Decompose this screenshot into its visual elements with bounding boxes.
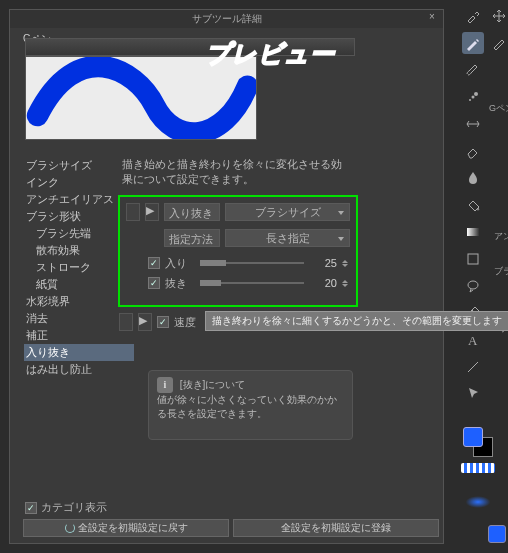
nuki-value[interactable]: 20 — [309, 277, 337, 289]
preview-label-callout: プレビュー — [206, 38, 335, 70]
cat-taper[interactable]: 入り抜き — [24, 344, 134, 361]
svg-point-1 — [472, 96, 475, 99]
category-description: 描き始めと描き終わりを徐々に変化させる効果について設定できます。 — [122, 157, 352, 188]
spec-method-label: 指定方法 — [164, 229, 220, 247]
cat-correction[interactable]: 補正 — [24, 327, 134, 344]
tooltip: 描き終わりを徐々に細くするかどうかと、その範囲を変更します — [205, 311, 508, 331]
text-icon[interactable]: A — [462, 329, 484, 351]
nuki-spinner[interactable] — [342, 280, 350, 287]
info-body: 値が徐々に小さくなっていく効果のかかる長さを設定できます。 — [157, 394, 337, 419]
subtool-label-gpen: Gペン — [489, 102, 508, 115]
show-toggle-1[interactable] — [126, 203, 140, 221]
iri-label: 入り — [165, 256, 195, 271]
balloon-icon[interactable] — [462, 275, 484, 297]
taper-label: 入り抜き — [164, 203, 220, 221]
reset-defaults-button[interactable]: 全設定を初期設定に戻す — [23, 519, 229, 537]
panel-title: サブツール詳細 — [192, 12, 262, 26]
fill-icon[interactable] — [462, 194, 484, 216]
highlighted-settings: ▶ 入り抜き ブラシサイズ 指定方法 長さ指定 ✓ 入り 25 ✓ 抜き 20 — [118, 195, 358, 307]
brush-icon[interactable] — [462, 59, 484, 81]
dynamics-btn-speed[interactable]: ▶ — [138, 313, 152, 331]
dynamics-btn-1[interactable]: ▶ — [145, 203, 159, 221]
eraser-icon[interactable] — [462, 140, 484, 162]
reset-icon — [65, 523, 75, 533]
iri-slider[interactable] — [200, 260, 304, 266]
iri-spinner[interactable] — [342, 260, 350, 267]
subtool-label-br: ブラ — [494, 265, 508, 278]
pen-icon[interactable] — [462, 32, 484, 54]
airbrush-icon[interactable] — [462, 86, 484, 108]
blend-icon[interactable] — [462, 167, 484, 189]
eyedropper-icon[interactable] — [462, 5, 484, 27]
subtool-label-an: アン — [494, 230, 508, 243]
show-toggle-speed[interactable] — [119, 313, 133, 331]
speed-checkbox[interactable]: ✓ — [157, 316, 169, 328]
info-title: [抜き]について — [180, 379, 246, 390]
svg-rect-4 — [468, 254, 478, 264]
tool-palette-col1: A — [462, 5, 486, 405]
category-show-label: カテゴリ表示 — [41, 500, 107, 515]
svg-point-0 — [469, 99, 471, 101]
subtool-detail-panel: サブツール詳細 × Gペン プレビュー 描き始めと描き終わりを徐々に変化させる効… — [9, 9, 444, 544]
info-icon: i — [157, 377, 173, 393]
color-swatch[interactable] — [463, 427, 493, 457]
category-show-checkbox[interactable]: ✓ — [25, 502, 37, 514]
opacity-indicator[interactable] — [461, 463, 495, 473]
register-label: 全設定を初期設定に登録 — [281, 520, 391, 536]
titlebar[interactable]: サブツール詳細 × — [10, 10, 443, 28]
register-defaults-button[interactable]: 全設定を初期設定に登録 — [233, 519, 439, 537]
svg-point-5 — [468, 281, 478, 289]
cat-erase[interactable]: 消去 — [24, 310, 134, 327]
iri-checkbox[interactable]: ✓ — [148, 257, 160, 269]
fg-color-swatch[interactable] — [463, 427, 483, 447]
figure-icon[interactable] — [462, 248, 484, 270]
cat-brush-size[interactable]: ブラシサイズ — [24, 157, 134, 174]
info-box: i [抜き]について 値が徐々に小さくなっていく効果のかかる長さを設定できます。 — [148, 370, 353, 440]
decoration-icon[interactable] — [462, 113, 484, 135]
nuki-checkbox[interactable]: ✓ — [148, 277, 160, 289]
speed-label: 速度 — [174, 315, 196, 330]
nuki-slider[interactable] — [200, 280, 304, 286]
line-icon[interactable] — [462, 356, 484, 378]
svg-rect-3 — [467, 228, 479, 236]
reset-label: 全設定を初期設定に戻す — [78, 520, 188, 536]
iri-value[interactable]: 25 — [309, 257, 337, 269]
taper-target-dropdown[interactable]: ブラシサイズ — [225, 203, 350, 221]
brush-sample-icon — [456, 495, 500, 509]
svg-point-2 — [474, 92, 478, 96]
tool-palette-col2 — [488, 5, 508, 54]
svg-text:A: A — [468, 333, 478, 348]
cat-ink[interactable]: インク — [24, 174, 134, 191]
close-icon[interactable]: × — [425, 11, 439, 25]
cursor-icon[interactable] — [462, 383, 484, 405]
move-icon[interactable] — [488, 5, 508, 27]
nuki-label: 抜き — [165, 276, 195, 291]
cat-overflow[interactable]: はみ出し防止 — [24, 361, 134, 378]
spec-method-dropdown[interactable]: 長さ指定 — [225, 229, 350, 247]
pencil-icon[interactable] — [488, 32, 508, 54]
mini-color-swatch[interactable] — [488, 525, 506, 543]
gradient-icon[interactable] — [462, 221, 484, 243]
